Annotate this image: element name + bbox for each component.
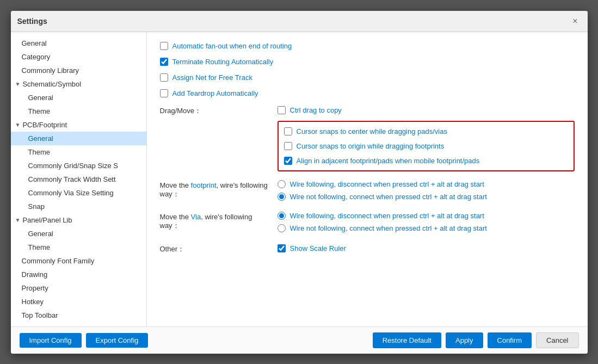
apply-button[interactable]: Apply (446, 332, 483, 348)
checkbox-align-adjacent[interactable]: Align in adjacent footprint/pads when mo… (284, 156, 568, 166)
radio-vw-disconnect[interactable]: Wire following, disconnect when pressed … (278, 212, 575, 220)
sidebar: GeneralCategoryCommonly Library▼Schemati… (11, 32, 147, 326)
sidebar-item-pcb-grid-snap[interactable]: Commonly Grid/Snap Size S (11, 159, 146, 172)
top-checkboxes-section: Automatic fan-out when end of routing Te… (160, 41, 575, 98)
cursor-snaps-center-label: Cursor snaps to center while dragging pa… (297, 127, 447, 135)
checkbox-ctrl-drag[interactable]: Ctrl drag to copy (278, 105, 575, 115)
sidebar-group-label-text: Schematic/Symbol (22, 80, 81, 88)
sidebar-item-top-toolbar[interactable]: Top Toolbar (11, 309, 146, 322)
sidebar-item-drawing[interactable]: Drawing (11, 268, 146, 281)
footer-right: Restore Default Apply Confirm Cancel (373, 332, 579, 348)
show-scale-checkbox[interactable] (278, 244, 286, 252)
radio-fw-connect[interactable]: Wire not following, connect when pressed… (278, 193, 575, 201)
other-controls: Show Scale Ruler (278, 243, 575, 259)
vw-disconnect-radio[interactable] (278, 212, 286, 220)
cursor-snaps-origin-label: Cursor snaps to origin while dragging fo… (297, 142, 445, 150)
fw-disconnect-radio[interactable] (278, 180, 286, 188)
drag-move-section: Drag/Move： Ctrl drag to copy Cursor snap… (160, 105, 575, 174)
via-wire-section: Move the Via, wire's following way： Wire… (160, 212, 575, 237)
terminate-routing-checkbox[interactable] (160, 58, 168, 66)
sidebar-item-general-top[interactable]: General (11, 36, 146, 50)
drag-move-controls: Ctrl drag to copy Cursor snaps to center… (278, 105, 575, 174)
fw-disconnect-label: Wire following, disconnect when pressed … (290, 180, 484, 188)
footer-left: Import Config Export Config (20, 333, 149, 348)
assign-net-checkbox[interactable] (160, 73, 168, 82)
restore-default-button[interactable]: Restore Default (373, 332, 441, 348)
via-wire-label: Move the Via, wire's following way： (160, 212, 269, 231)
auto-fanout-label: Automatic fan-out when end of routing (172, 42, 292, 50)
sidebar-item-category[interactable]: Category (11, 50, 146, 64)
close-button[interactable]: × (569, 15, 581, 27)
sidebar-item-property[interactable]: Property (11, 281, 146, 295)
checkbox-cursor-snaps-origin[interactable]: Cursor snaps to origin while dragging fo… (284, 141, 568, 151)
sidebar-item-pcb-track-width[interactable]: Commonly Track Width Sett (11, 172, 146, 186)
sidebar-item-commonly-font[interactable]: Commonly Font Family (11, 254, 146, 268)
terminate-routing-label: Terminate Routing Automatically (172, 58, 274, 66)
via-wire-controls: Wire following, disconnect when pressed … (278, 212, 575, 237)
sidebar-group-pcb-footprint-group[interactable]: ▼PCB/Footprint (11, 118, 146, 132)
main-content: Automatic fan-out when end of routing Te… (147, 32, 588, 326)
other-section: Other： Show Scale Ruler (160, 243, 575, 259)
align-adjacent-label: Align in adjacent footprint/pads when mo… (297, 157, 480, 165)
footprint-wire-label: Move the footprint, wire's following way… (160, 180, 269, 199)
drag-move-box: Cursor snaps to center while dragging pa… (278, 121, 575, 171)
sidebar-item-panel-general[interactable]: General (11, 227, 146, 240)
checkbox-add-teardrop[interactable]: Add Teardrop Automatically (160, 88, 575, 98)
checkbox-assign-net[interactable]: Assign Net for Free Track (160, 72, 575, 83)
dialog-body: GeneralCategoryCommonly Library▼Schemati… (11, 32, 588, 326)
add-teardrop-checkbox[interactable] (160, 89, 168, 97)
fw-connect-label: Wire not following, connect when pressed… (290, 193, 487, 201)
export-config-button[interactable]: Export Config (86, 333, 149, 348)
footprint-wire-controls: Wire following, disconnect when pressed … (278, 180, 575, 205)
triangle-icon: ▼ (15, 122, 21, 128)
checkbox-show-scale[interactable]: Show Scale Ruler (278, 243, 575, 254)
sidebar-group-label-text: Panel/Panel Lib (22, 216, 72, 224)
import-config-button[interactable]: Import Config (20, 333, 82, 348)
sidebar-item-schematic-general[interactable]: General (11, 91, 146, 104)
drag-move-label: Drag/Move： (160, 105, 269, 116)
confirm-button[interactable]: Confirm (488, 332, 532, 348)
checkbox-auto-fanout[interactable]: Automatic fan-out when end of routing (160, 41, 575, 51)
sidebar-item-panel-theme[interactable]: Theme (11, 240, 146, 254)
sidebar-item-hotkey[interactable]: Hotkey (11, 295, 146, 309)
cursor-snaps-origin-checkbox[interactable] (284, 142, 292, 150)
sidebar-item-pcb-general[interactable]: General (11, 132, 146, 145)
sidebar-item-pcb-via-size[interactable]: Commonly Via Size Setting (11, 186, 146, 200)
sidebar-item-pcb-snap[interactable]: Snap (11, 200, 146, 213)
settings-dialog: Settings × GeneralCategoryCommonly Libra… (11, 11, 588, 354)
radio-fw-disconnect[interactable]: Wire following, disconnect when pressed … (278, 180, 575, 188)
triangle-icon: ▼ (15, 217, 21, 223)
checkbox-terminate-routing[interactable]: Terminate Routing Automatically (160, 57, 575, 67)
dialog-header: Settings × (11, 11, 588, 32)
sidebar-group-panel-panel-lib-group[interactable]: ▼Panel/Panel Lib (11, 213, 146, 227)
radio-vw-connect[interactable]: Wire not following, connect when pressed… (278, 224, 575, 232)
dialog-title: Settings (17, 17, 47, 26)
sidebar-item-save[interactable]: Save (11, 322, 146, 326)
cancel-button[interactable]: Cancel (536, 332, 578, 348)
show-scale-label: Show Scale Ruler (290, 244, 346, 252)
vw-connect-label: Wire not following, connect when pressed… (290, 224, 487, 232)
sidebar-group-schematic-symbol-group[interactable]: ▼Schematic/Symbol (11, 77, 146, 91)
other-label: Other： (160, 243, 269, 254)
align-adjacent-checkbox[interactable] (284, 157, 292, 165)
fw-connect-radio[interactable] (278, 193, 286, 201)
cursor-snaps-center-checkbox[interactable] (284, 127, 292, 135)
ctrl-drag-checkbox[interactable] (278, 106, 286, 114)
sidebar-item-pcb-theme[interactable]: Theme (11, 145, 146, 159)
checkbox-cursor-snaps-center[interactable]: Cursor snaps to center while dragging pa… (284, 126, 568, 137)
sidebar-item-schematic-theme[interactable]: Theme (11, 104, 146, 118)
vw-connect-radio[interactable] (278, 224, 286, 232)
auto-fanout-checkbox[interactable] (160, 42, 168, 50)
sidebar-item-commonly-library[interactable]: Commonly Library (11, 64, 146, 77)
dialog-footer: Import Config Export Config Restore Defa… (11, 326, 588, 354)
add-teardrop-label: Add Teardrop Automatically (172, 89, 258, 97)
sidebar-group-label-text: PCB/Footprint (22, 121, 67, 129)
footprint-wire-section: Move the footprint, wire's following way… (160, 180, 575, 205)
vw-disconnect-label: Wire following, disconnect when pressed … (290, 212, 484, 220)
triangle-icon: ▼ (15, 81, 21, 87)
assign-net-label: Assign Net for Free Track (172, 73, 252, 82)
ctrl-drag-label: Ctrl drag to copy (290, 106, 342, 114)
